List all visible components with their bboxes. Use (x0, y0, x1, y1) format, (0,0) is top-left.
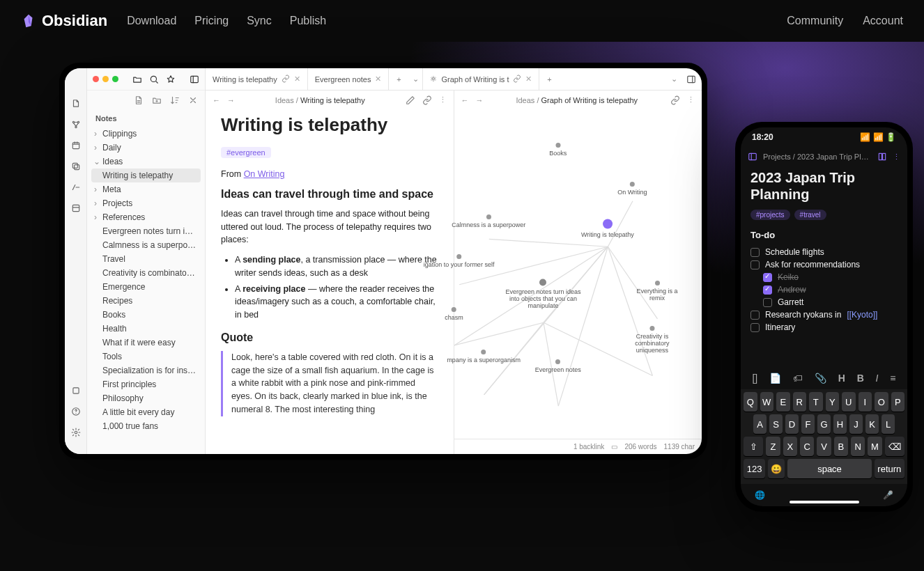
vault-icon[interactable] (71, 386, 81, 396)
close-icon[interactable]: ✕ (294, 75, 300, 84)
star-icon[interactable] (166, 75, 176, 84)
help-icon[interactable] (71, 407, 81, 416)
tag-projects[interactable]: #projects (750, 210, 790, 220)
forward-icon[interactable]: → (476, 96, 484, 104)
graph-node[interactable]: Calmness is a superpower (452, 214, 525, 228)
graph-node[interactable]: Evergreen notes (535, 359, 581, 373)
tree-item[interactable]: First principles (87, 377, 205, 391)
graph-canvas[interactable]: BooksOn WritingCalmness is a superpowerW… (454, 110, 702, 439)
tree-item[interactable]: Writing is telepathy (91, 169, 201, 182)
copy-icon[interactable] (71, 162, 81, 171)
key-o[interactable]: O (875, 392, 888, 412)
checkbox[interactable] (763, 298, 772, 307)
attach-button[interactable]: 📎 (815, 373, 826, 384)
key-b[interactable]: B (834, 437, 848, 456)
key-t[interactable]: T (809, 392, 823, 412)
files-icon[interactable] (71, 99, 81, 109)
tab-writing[interactable]: Writing is telepathy ✕ (206, 68, 308, 90)
tag-travel[interactable]: #travel (794, 210, 826, 220)
traffic-min[interactable] (102, 76, 109, 82)
todo-item[interactable]: Keiko (750, 271, 898, 283)
key-⇧[interactable]: ⇧ (744, 437, 763, 456)
key-y[interactable]: Y (826, 392, 840, 412)
command-icon[interactable] (71, 182, 81, 192)
key-x[interactable]: X (783, 437, 797, 456)
new-note-icon[interactable] (134, 95, 144, 105)
home-indicator[interactable] (790, 501, 859, 503)
from-link[interactable]: On Writing (244, 169, 285, 179)
brand[interactable]: Obsidian (21, 12, 107, 30)
tree-item[interactable]: Clippings (87, 127, 205, 141)
tree-item[interactable]: Meta (87, 182, 205, 196)
tree-item[interactable]: Daily (87, 141, 205, 155)
italic-button[interactable]: I (876, 373, 879, 384)
link-icon[interactable] (670, 95, 680, 105)
tag-button[interactable]: 🏷 (793, 373, 803, 384)
graph-node[interactable]: On Writing (617, 182, 647, 196)
panel-right-icon[interactable] (686, 75, 696, 84)
key-space[interactable]: space (787, 459, 871, 478)
graph-node[interactable]: Books (549, 143, 567, 157)
key-return[interactable]: return (875, 459, 904, 478)
tab-dropdown-icon[interactable]: ⌄ (408, 68, 422, 90)
heading-button[interactable]: H (838, 373, 845, 384)
key-q[interactable]: Q (744, 392, 757, 412)
new-tab-button[interactable]: + (539, 68, 559, 90)
tree-item[interactable]: Specialization is for insects (87, 363, 205, 377)
settings-icon[interactable] (71, 428, 81, 437)
more-icon[interactable]: ⋮ (687, 95, 695, 105)
key-z[interactable]: Z (766, 437, 780, 456)
todo-item[interactable]: Research ryokans in [[Kyoto]] (750, 308, 898, 321)
search-icon[interactable] (149, 75, 159, 84)
tab-dropdown-icon[interactable]: ⌄ (667, 75, 681, 84)
graph-node[interactable]: igation to your former self (424, 254, 495, 268)
nav-account[interactable]: Account (863, 15, 903, 27)
traffic-close[interactable] (93, 76, 99, 82)
link-icon[interactable] (422, 95, 432, 105)
key-a[interactable]: A (753, 414, 767, 434)
mic-icon[interactable]: 🎤 (883, 490, 893, 500)
key-d[interactable]: D (785, 414, 799, 434)
tree-item[interactable]: Philosophy (87, 391, 205, 405)
key-l[interactable]: L (881, 414, 895, 434)
traffic-max[interactable] (112, 76, 118, 82)
nav-download[interactable]: Download (127, 15, 176, 27)
tree-item[interactable]: Projects (87, 196, 205, 210)
key-emoji[interactable]: 😀 (768, 459, 785, 478)
checkbox[interactable] (750, 260, 760, 269)
folder-icon[interactable] (132, 75, 142, 84)
phone-doc[interactable]: 2023 Japan Trip Planning #projects #trav… (741, 166, 907, 367)
key-r[interactable]: R (793, 392, 807, 412)
graph-node[interactable]: Writing is telepathy (581, 219, 634, 237)
tree-item[interactable]: Tools (87, 350, 205, 363)
graph-node[interactable]: mpany is a superorganism (447, 350, 521, 363)
brackets-button[interactable]: [] (752, 373, 757, 384)
tree-item[interactable]: References (87, 210, 205, 224)
more-icon[interactable]: ⋮ (439, 95, 447, 105)
todo-item[interactable]: Andrew (750, 283, 898, 296)
todo-item[interactable]: Schedule flights (750, 246, 898, 258)
tree-item[interactable]: Health (87, 322, 205, 336)
calendar-icon[interactable] (71, 141, 81, 150)
key-e[interactable]: E (776, 392, 790, 412)
tab-evergreen[interactable]: Evergreen notes ✕ (308, 68, 390, 90)
close-icon[interactable]: ✕ (375, 75, 381, 84)
graph-node[interactable]: Everything is a remix (635, 281, 679, 302)
globe-icon[interactable]: 🌐 (755, 490, 765, 500)
nav-community[interactable]: Community (787, 15, 843, 27)
tree-item[interactable]: Evergreen notes turn ideas… (87, 224, 205, 238)
checkbox[interactable] (750, 311, 760, 320)
graph-icon[interactable] (71, 120, 81, 130)
panel-left-icon[interactable] (748, 152, 757, 162)
back-icon[interactable]: ← (213, 96, 220, 104)
key-v[interactable]: V (817, 437, 831, 456)
graph-node[interactable]: Creativity is combinatory uniqueness (627, 326, 677, 354)
sort-icon[interactable] (170, 95, 180, 105)
checkbox[interactable] (750, 248, 760, 257)
key-123[interactable]: 123 (744, 459, 765, 478)
key-m[interactable]: M (868, 437, 881, 456)
key-n[interactable]: N (851, 437, 865, 456)
key-i[interactable]: I (858, 392, 872, 412)
graph-node[interactable]: Evergreen notes turn ideas into objects … (505, 279, 581, 309)
document-body[interactable]: Writing is telepathy #evergreen From On … (206, 110, 454, 421)
